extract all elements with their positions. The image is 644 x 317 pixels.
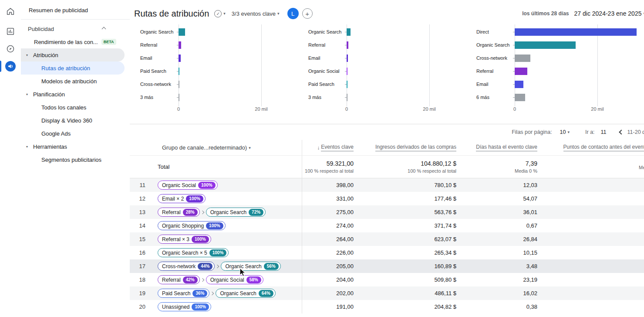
channel-chip-label: Organic Social	[162, 182, 196, 188]
channel-chip[interactable]: Paid Search36%	[158, 289, 209, 298]
table-row[interactable]: 17Cross-network44%Organic Search56%205,0…	[130, 259, 644, 273]
metric-cell: 205,00	[302, 259, 359, 273]
sidebar-item-rutas-de-atribuci-n[interactable]: Rutas de atribución	[21, 61, 125, 75]
chart-bar[interactable]	[515, 55, 530, 62]
metric-cell	[543, 286, 644, 300]
table-row[interactable]: 11Organic Social100%398,00780,10 $12,03	[130, 178, 644, 192]
column-header-days[interactable]: Días hasta el evento clave	[476, 144, 537, 151]
channel-chip[interactable]: Organic Search × 5100%	[158, 248, 229, 257]
sidebar-item-publicidad[interactable]: Publicidad	[21, 22, 130, 35]
sidebar-item-planificaci-n[interactable]: ▾Planificación	[21, 88, 130, 101]
metric-cell: 265,34 $	[359, 246, 462, 259]
chart-plot: Organic SearchReferralEmailOrganic Socia…	[308, 25, 473, 104]
explore-icon[interactable]	[2, 40, 19, 58]
advertising-icon[interactable]	[2, 58, 19, 75]
chart-category-label: Cross-network	[476, 55, 515, 61]
date-range-selector[interactable]: 27 dic 2024-23 ene 2025 ▾	[574, 10, 644, 17]
table-row[interactable]: 18Referral42%Organic Social58%204,00509,…	[130, 273, 644, 286]
metric-cell: 371,74 $	[359, 219, 462, 232]
sidebar-item-modelos-de-atribuci-n[interactable]: Modelos de atribución	[21, 75, 130, 88]
column-header-touchpoints[interactable]: Puntos de contacto antes del evento clav…	[563, 144, 644, 151]
channel-chip[interactable]: Organic Shopping100%	[158, 221, 226, 230]
chevron-down-icon: ▾	[277, 11, 280, 16]
chart-bar[interactable]	[179, 41, 181, 49]
chart-bar[interactable]	[515, 81, 523, 88]
chart-bar[interactable]	[515, 94, 525, 101]
total-label: Total	[158, 164, 169, 170]
chart-row: Cross-network	[140, 78, 305, 91]
chart-bar[interactable]	[347, 94, 347, 101]
chart-bar[interactable]	[179, 94, 179, 101]
rows-per-page-select[interactable]: 10 ▾	[560, 129, 570, 135]
chart-row: Paid Search	[308, 78, 473, 91]
channel-chip[interactable]: Organic Social100%	[158, 181, 218, 190]
chart-bar[interactable]	[347, 41, 348, 49]
attribution-table: Grupo de canale...redeterminado) ▾ ↓ Eve…	[130, 140, 644, 314]
metric-cell: 54,07	[462, 192, 543, 205]
table-body: 11Organic Social100%398,00780,10 $12,031…	[130, 178, 644, 314]
total-cell-revenue: 104.880,12 $ 100 % respecto al total	[359, 156, 462, 178]
channel-chip[interactable]: Unassigned100%	[158, 302, 211, 311]
channel-chip[interactable]: Referral28%	[158, 208, 200, 217]
sidebar-item-google-ads[interactable]: Google Ads	[21, 127, 130, 140]
dimension-selector[interactable]: Grupo de canale...redeterminado) ▾	[162, 144, 251, 151]
chart-x-axis: 020 mil	[476, 106, 641, 113]
channel-chip[interactable]: Organic Search72%	[206, 208, 266, 217]
channel-chip-label: Unassigned	[162, 304, 189, 310]
chart-bar[interactable]	[515, 41, 576, 49]
channel-chip[interactable]: Organic Social58%	[206, 275, 263, 284]
sidebar-item-segmentos-publicitarios[interactable]: Segmentos publicitarios	[21, 153, 130, 166]
chevron-down-icon: ▾	[223, 11, 226, 16]
sidebar-item-todos-los-canales[interactable]: Todos los canales	[21, 101, 130, 114]
x-tick-label: 20 mil	[255, 106, 267, 112]
reports-icon[interactable]	[2, 23, 19, 40]
table-row[interactable]: 16Organic Search × 5100%226,00265,34 $10…	[130, 246, 644, 259]
table-row[interactable]: 20Unassigned100%191,00204,82 $0,38	[130, 300, 644, 314]
total-value: 59.321,00	[327, 160, 354, 167]
path-cell: Referral28%Organic Search72%	[149, 205, 302, 219]
chart-bar[interactable]	[515, 68, 527, 75]
chart-bar-area	[347, 41, 473, 49]
chart-bar[interactable]	[179, 28, 185, 36]
add-comparison-button[interactable]: +	[302, 8, 313, 19]
chart-bar[interactable]	[515, 28, 637, 36]
channel-chip[interactable]: Organic Search64%	[216, 289, 275, 298]
channel-chip[interactable]: Referral × 3100%	[158, 235, 211, 244]
chart-bar[interactable]	[179, 81, 179, 88]
goto-page-input[interactable]: 11	[601, 129, 607, 135]
date-range-label: 27 dic 2024-23 ene 2025	[574, 10, 642, 17]
sidebar-item-herramientas[interactable]: ▾Herramientas	[21, 140, 130, 153]
chart-bar[interactable]	[179, 55, 181, 62]
chart-bar[interactable]	[347, 55, 348, 62]
table-row[interactable]: 14Organic Shopping100%274,00371,74 $0,67	[130, 219, 644, 232]
channel-chip[interactable]: Referral42%	[158, 275, 200, 284]
chart-bar[interactable]	[179, 68, 179, 75]
chart-bar[interactable]	[347, 81, 347, 88]
table-row[interactable]: 19Paid Search36%Organic Search64%202,004…	[130, 286, 644, 300]
key-events-selector[interactable]: 3/3 eventos clave ▾	[232, 10, 280, 17]
chart-bar[interactable]	[347, 28, 351, 36]
sidebar-item-atribuci-n[interactable]: ▾Atribución	[21, 48, 125, 61]
channel-chip[interactable]: Email × 2100%	[158, 194, 206, 203]
channel-chip-label: Organic Search	[220, 290, 256, 297]
table-row[interactable]: 15Referral × 3100%264,00623,07 $26,84	[130, 232, 644, 246]
channel-chip-label: Referral × 3	[162, 236, 189, 242]
chart-bar-area	[347, 28, 473, 36]
chart-bar[interactable]	[347, 68, 347, 75]
table-row[interactable]: 12Email × 2100%331,00177,46 $54,07	[130, 192, 644, 205]
sidebar-item-display-video-360[interactable]: Display & Video 360	[21, 114, 130, 127]
sidebar-item-rendimiento-de-las-con[interactable]: Rendimiento de las con...BETA	[21, 35, 130, 48]
channel-chip[interactable]: Organic Search56%	[221, 262, 280, 271]
status-check-dropdown[interactable]: ✓ ▾	[214, 10, 226, 17]
sidebar-item-resumen-de-publicidad[interactable]: Resumen de publicidad	[21, 3, 130, 17]
table-row[interactable]: 13Referral28%Organic Search72%275,00563,…	[130, 205, 644, 219]
home-icon[interactable]	[2, 3, 19, 20]
channel-chip-label: Organic Search	[210, 209, 246, 215]
column-header-revenue[interactable]: Ingresos derivados de las compras	[375, 144, 456, 151]
app-root: Resumen de publicidadPublicidadRendimien…	[0, 0, 644, 317]
column-header-key-events[interactable]: ↓ Eventos clave	[317, 144, 354, 151]
previous-page-button[interactable]	[619, 130, 624, 134]
total-value: 7,39	[526, 160, 537, 167]
channel-chip[interactable]: Cross-network44%	[158, 262, 215, 271]
avatar[interactable]: L	[287, 8, 299, 19]
